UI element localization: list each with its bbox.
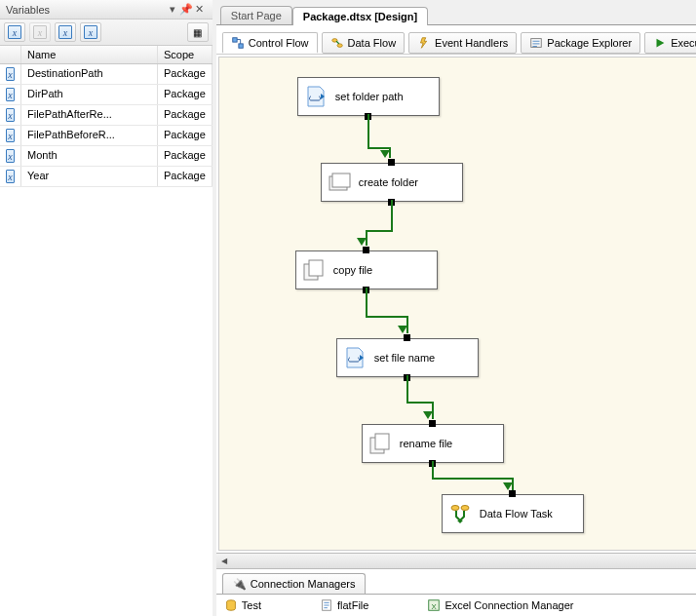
svg-text:X: X — [432, 602, 438, 611]
variable-row[interactable]: x Year Package — [0, 167, 213, 187]
show-system-button[interactable]: x — [55, 22, 76, 42]
excel-icon: X — [427, 598, 441, 612]
copy-icon — [368, 432, 392, 455]
variable-icon: x — [6, 149, 15, 163]
variable-row[interactable]: x FilePathAfterRe... Package — [0, 105, 213, 126]
variable-icon: x — [6, 67, 15, 81]
col-scope[interactable]: Scope — [158, 46, 213, 63]
tab-package-explorer[interactable]: Package Explorer — [521, 32, 640, 54]
controlflow-icon — [231, 36, 245, 50]
variable-icon: x — [6, 129, 15, 142]
svg-point-12 — [461, 506, 469, 511]
task-set-folder-path[interactable]: set folder path — [297, 77, 440, 116]
show-all-button[interactable]: x — [80, 22, 101, 42]
tab-start-page[interactable]: Start Page — [220, 6, 292, 24]
tab-event-handlers[interactable]: Event Handlers — [408, 32, 517, 54]
tab-execution-results[interactable]: Execution Re — [644, 32, 696, 54]
task-data-flow[interactable]: Data Flow Task — [442, 494, 584, 533]
designer-subtabs: Control Flow Data Flow Event Handlers Pa… — [216, 25, 696, 55]
variable-icon: x — [6, 88, 15, 101]
pin-icon[interactable]: 📌 — [179, 3, 193, 16]
task-copy-file[interactable]: copy file — [295, 250, 438, 289]
svg-rect-8 — [309, 260, 323, 276]
task-create-folder[interactable]: create folder — [321, 163, 463, 202]
script-task-icon — [304, 85, 328, 108]
tab-control-flow[interactable]: Control Flow — [222, 32, 318, 54]
play-icon — [653, 36, 667, 50]
flatfile-icon — [320, 598, 333, 612]
connection-item[interactable]: flatFile — [320, 598, 368, 612]
connection-item[interactable]: X Excel Connection Manager — [427, 598, 573, 612]
connection-item[interactable]: Test — [224, 598, 261, 612]
designer-panel: Start Page Package.dtsx [Design] Control… — [216, 0, 696, 616]
scroll-left-icon[interactable]: ◀ — [216, 557, 232, 565]
svg-rect-6 — [332, 173, 350, 187]
svg-point-11 — [451, 506, 459, 511]
variables-toolbar: x x x x ▦ — [0, 19, 213, 46]
connection-list: Test flatFile X Excel Connection Manager — [216, 594, 696, 616]
variables-grid[interactable]: Name Scope x DestinationPath Package x D… — [0, 46, 213, 616]
delete-variable-button[interactable]: x — [29, 22, 51, 42]
panel-title-label: Variables — [6, 4, 166, 16]
variable-icon: x — [6, 170, 15, 183]
db-icon — [224, 598, 238, 612]
add-variable-button[interactable]: x — [4, 22, 25, 42]
task-rename-file[interactable]: rename file — [362, 424, 504, 463]
dropdown-icon[interactable]: ▾ — [166, 3, 179, 16]
control-flow-canvas[interactable]: set folder path create folder copy file … — [218, 57, 696, 551]
events-icon — [417, 36, 431, 50]
svg-rect-1 — [239, 43, 243, 47]
task-set-file-name[interactable]: set file name — [336, 338, 479, 377]
grid-header: Name Scope — [0, 46, 213, 64]
svg-rect-10 — [375, 434, 389, 449]
document-tabs: Start Page Package.dtsx [Design] — [216, 0, 696, 25]
variable-row[interactable]: x Month Package — [0, 146, 213, 167]
folder-icon — [328, 171, 351, 194]
explorer-icon — [529, 36, 543, 50]
grid-options-button[interactable]: ▦ — [187, 22, 209, 42]
svg-rect-0 — [233, 37, 237, 41]
tab-package[interactable]: Package.dtsx [Design] — [292, 7, 428, 25]
svg-point-3 — [337, 43, 342, 47]
variable-row[interactable]: x DestinationPath Package — [0, 64, 213, 85]
panel-titlebar: Variables ▾ 📌 ✕ — [0, 0, 213, 19]
script-task-icon — [343, 346, 367, 369]
close-icon[interactable]: ✕ — [193, 3, 207, 16]
plug-icon: 🔌 — [233, 577, 247, 591]
variable-row[interactable]: x FilePathBeforeR... Package — [0, 126, 213, 146]
variables-panel: Variables ▾ 📌 ✕ x x x x ▦ Name Scope x D… — [0, 0, 216, 616]
copy-icon — [302, 258, 326, 282]
col-name[interactable]: Name — [21, 46, 158, 63]
dataflow-task-icon — [448, 502, 472, 525]
connection-managers-tab[interactable]: 🔌 Connection Managers — [222, 573, 367, 594]
dataflow-icon — [330, 36, 344, 50]
tab-data-flow[interactable]: Data Flow — [322, 32, 406, 54]
variable-icon: x — [6, 108, 15, 122]
connection-managers-panel: 🔌 Connection Managers Test flatFile X Ex… — [216, 568, 696, 616]
variable-row[interactable]: x DirPath Package — [0, 85, 213, 105]
horizontal-scrollbar[interactable]: ◀ ▶ — [216, 553, 696, 568]
